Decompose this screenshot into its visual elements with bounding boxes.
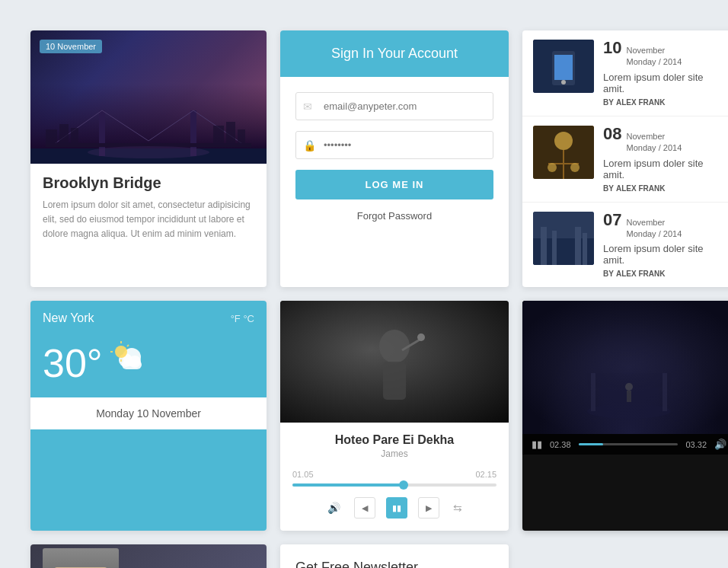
newsletter-card: Get Free Newsletter SUBSCRIBE <box>280 544 509 568</box>
video-progress-bar[interactable] <box>579 443 679 445</box>
news-day-2: 08 <box>603 126 621 142</box>
news-card: 10 November Monday / 2014 Lorem ipsum do… <box>522 30 728 287</box>
password-input[interactable] <box>295 131 493 159</box>
login-button[interactable]: LOG ME IN <box>295 170 493 199</box>
bridge-date: 10 November <box>40 40 102 53</box>
login-header: Sign In Your Account <box>280 30 509 77</box>
news-author-2: by ALEX FRANK <box>603 183 725 193</box>
svg-rect-11 <box>213 126 224 145</box>
news-month-2: November <box>626 131 682 142</box>
news-author-1: by ALEX FRANK <box>603 97 725 107</box>
weather-card: New York °F °C 30° <box>30 301 267 531</box>
svg-rect-17 <box>554 55 573 80</box>
svg-rect-29 <box>575 227 581 265</box>
svg-line-4 <box>102 110 148 141</box>
music-progress-bar[interactable] <box>292 483 497 487</box>
news-item-2[interactable]: 08 November Monday / 2014 Lorem ipsum do… <box>522 116 728 203</box>
svg-rect-46 <box>591 373 595 411</box>
bridge-image: 10 November <box>30 30 267 164</box>
news-thumb-2 <box>533 126 594 179</box>
news-dayofweek-3: Monday / 2014 <box>626 228 682 240</box>
svg-rect-30 <box>583 233 587 265</box>
news-meta-2: 08 November Monday / 2014 Lorem ipsum do… <box>603 126 725 193</box>
forgot-password-link[interactable]: Forgot Password <box>295 210 493 222</box>
profile-photo <box>43 548 119 568</box>
news-meta-1: 10 November Monday / 2014 Lorem ipsum do… <box>603 40 725 107</box>
svg-point-48 <box>625 383 633 391</box>
svg-rect-34 <box>122 360 142 369</box>
music-card: Hoteo Pare Ei Dekha James 01.05 02.15 🔊 … <box>280 301 509 531</box>
weather-bottom: Monday 10 November <box>30 397 267 429</box>
video-content <box>522 301 728 434</box>
bridge-description: Lorem ipsum dolor sit amet, consectetur … <box>43 198 254 242</box>
login-body: ✉ 🔒 LOG ME IN Forgot Password <box>280 77 509 237</box>
pause-button[interactable]: ▮▮ <box>386 497 407 519</box>
music-image <box>280 301 509 423</box>
news-day-3: 07 <box>603 212 621 228</box>
ui-showcase: 10 November <box>15 15 713 568</box>
weather-day: Monday 10 November <box>96 407 201 420</box>
svg-rect-49 <box>627 391 631 402</box>
svg-line-39 <box>127 345 129 346</box>
music-time-total: 02.15 <box>475 470 497 479</box>
news-thumb-1 <box>533 40 594 93</box>
video-controls: ▮▮ 02.38 03.32 🔊 <box>522 434 728 455</box>
svg-point-43 <box>417 333 425 341</box>
svg-point-23 <box>548 163 557 172</box>
bridge-card: 10 November <box>30 30 267 287</box>
svg-rect-47 <box>663 373 667 411</box>
prev-button[interactable]: ◀ <box>354 497 375 519</box>
video-time-total: 03.32 <box>685 440 707 449</box>
svg-point-35 <box>115 346 127 358</box>
bridge-content: Brooklyn Bridge Lorem ipsum dolor sit am… <box>30 164 267 254</box>
svg-rect-10 <box>71 128 78 145</box>
news-title-2: Lorem ipsum doler site amit. <box>603 158 725 180</box>
news-author-3: by ALEX FRANK <box>603 269 725 278</box>
volume-icon[interactable]: 🔊 <box>327 502 340 514</box>
music-body: Hoteo Pare Ei Dekha James 01.05 02.15 🔊 … <box>280 423 509 531</box>
lock-icon: 🔒 <box>303 139 316 152</box>
svg-point-18 <box>561 80 566 85</box>
email-icon: ✉ <box>303 101 312 113</box>
news-title-3: Lorem ipsum doler site amit. <box>603 243 725 266</box>
next-button[interactable]: ▶ <box>418 497 439 519</box>
news-meta-3: 07 November Monday / 2014 Lorem ipsum do… <box>603 212 725 279</box>
login-card: Sign In Your Account ✉ 🔒 LOG ME IN Forgo… <box>280 30 509 287</box>
email-input-wrap: ✉ <box>295 92 493 120</box>
weather-unit: °F °C <box>231 313 254 324</box>
svg-point-24 <box>570 163 580 172</box>
music-time-current: 01.05 <box>292 470 314 479</box>
news-day-1: 10 <box>603 40 621 56</box>
music-progress-fill <box>292 483 404 487</box>
video-volume-icon[interactable]: 🔊 <box>714 439 726 450</box>
svg-point-20 <box>554 132 573 150</box>
weather-city: New York <box>43 311 94 325</box>
password-input-wrap: 🔒 <box>295 131 493 159</box>
news-item-3[interactable]: 07 November Monday / 2014 Lorem ipsum do… <box>522 203 728 288</box>
video-progress-fill <box>579 443 604 445</box>
svg-line-5 <box>148 110 193 141</box>
weather-top: New York °F °C <box>30 301 267 333</box>
music-time-row: 01.05 02.15 <box>292 470 497 479</box>
shuffle-icon[interactable]: ⇆ <box>453 502 462 514</box>
svg-rect-27 <box>541 227 547 265</box>
news-dayofweek-1: Monday / 2014 <box>626 56 682 68</box>
svg-rect-9 <box>59 124 69 145</box>
news-item-1[interactable]: 10 November Monday / 2014 Lorem ipsum do… <box>522 30 728 116</box>
video-pause-icon[interactable]: ▮▮ <box>532 439 542 450</box>
music-controls: 🔊 ◀ ▮▮ ▶ ⇆ <box>292 497 497 519</box>
newsletter-title: Get Free Newsletter <box>295 560 493 568</box>
profile-top: JOHN SMITH Developer FOLLOW <box>30 544 267 568</box>
svg-rect-28 <box>552 231 557 265</box>
email-input[interactable] <box>295 92 493 120</box>
video-time-current: 02.38 <box>550 440 571 449</box>
music-artist: James <box>292 448 497 459</box>
svg-rect-8 <box>46 129 57 145</box>
news-month-1: November <box>626 45 682 56</box>
profile-card: JOHN SMITH Developer FOLLOW Followers 18… <box>30 544 267 568</box>
news-title-1: Lorem ipsum doler site amit. <box>603 72 725 94</box>
news-month-3: November <box>626 217 682 228</box>
news-dayofweek-2: Monday / 2014 <box>626 142 682 154</box>
svg-point-14 <box>88 146 209 158</box>
music-title: Hoteo Pare Ei Dekha <box>292 433 497 447</box>
